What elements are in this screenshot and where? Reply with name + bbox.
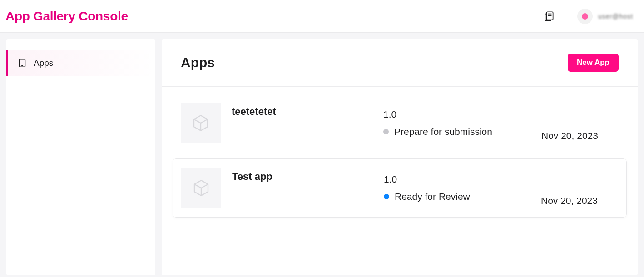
app-name: teetetetet	[232, 103, 372, 118]
sidebar-item-label: Apps	[34, 58, 53, 68]
app-meta: 1.0 Ready for Review	[384, 174, 530, 202]
apps-list: teetetetet 1.0 Prepare for submission No…	[162, 87, 638, 225]
app-version: 1.0	[384, 174, 530, 185]
app-placeholder-icon	[181, 103, 221, 143]
main-panel: Apps New App teetetetet 1.0 Prepare for …	[162, 39, 638, 275]
avatar	[577, 9, 593, 24]
new-app-button[interactable]: New App	[568, 54, 619, 72]
app-placeholder-icon	[181, 168, 221, 208]
app-date: Nov 20, 2023	[541, 130, 619, 143]
app-date: Nov 20, 2023	[541, 195, 618, 208]
status-dot-icon	[383, 129, 389, 134]
username: user@host	[598, 13, 633, 20]
app-header: App Gallery Console user@host	[0, 0, 644, 33]
main-header: Apps New App	[162, 39, 638, 87]
brand-title: App Gallery Console	[5, 9, 128, 24]
app-row[interactable]: teetetetet 1.0 Prepare for submission No…	[173, 94, 627, 152]
app-row[interactable]: Test app 1.0 Ready for Review Nov 20, 20…	[173, 158, 627, 218]
app-name: Test app	[232, 168, 373, 183]
app-version: 1.0	[383, 109, 530, 120]
app-status-text: Prepare for submission	[394, 126, 492, 137]
app-status-text: Ready for Review	[395, 191, 470, 202]
app-meta: 1.0 Prepare for submission	[383, 109, 530, 137]
app-status: Ready for Review	[384, 191, 530, 202]
sidebar-item-apps[interactable]: Apps	[6, 50, 155, 76]
status-dot-icon	[384, 194, 389, 199]
app-status: Prepare for submission	[383, 126, 530, 137]
user-menu[interactable]: user@host	[577, 9, 633, 24]
layout: Apps Apps New App teetetetet 1.0 Prepare…	[0, 33, 644, 275]
docs-icon[interactable]	[543, 10, 555, 22]
tablet-icon	[17, 58, 27, 68]
header-right: user@host	[543, 9, 633, 24]
header-divider	[566, 9, 566, 24]
page-title: Apps	[181, 55, 215, 70]
sidebar: Apps	[6, 39, 155, 275]
